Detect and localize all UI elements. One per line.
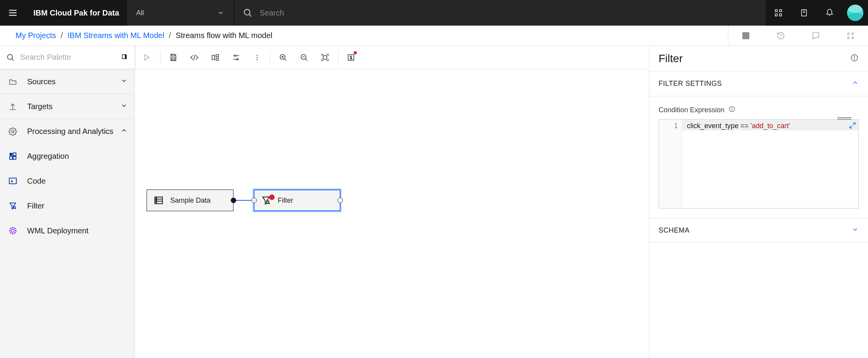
svg-point-70 — [156, 200, 157, 200]
flow-canvas[interactable]: Sample Data Filter › — [135, 69, 649, 358]
svg-marker-42 — [145, 54, 149, 60]
palette-category-label: Targets — [27, 102, 53, 111]
palette-item-label: Filter — [27, 202, 44, 210]
save-button[interactable] — [163, 46, 184, 69]
palette-item-wml[interactable]: WML Deployment — [0, 218, 135, 243]
line-gutter: 1 — [659, 120, 682, 208]
node-filter[interactable]: Filter › — [254, 189, 341, 211]
comments-icon[interactable] — [798, 26, 833, 45]
svg-line-45 — [194, 54, 195, 60]
input-port[interactable]: › — [251, 198, 257, 203]
fit-view-button[interactable] — [315, 46, 335, 69]
svg-line-80 — [853, 123, 855, 125]
zoom-out-button[interactable] — [294, 46, 315, 69]
apps-switcher-icon[interactable] — [766, 0, 791, 26]
svg-rect-6 — [780, 10, 782, 12]
brand-title: IBM Cloud Pak for Data — [26, 9, 127, 17]
svg-point-38 — [10, 228, 11, 229]
svg-rect-8 — [780, 14, 782, 16]
svg-point-15 — [847, 33, 849, 35]
svg-point-3 — [244, 9, 250, 15]
svg-rect-63 — [323, 56, 327, 59]
section-schema[interactable]: SCHEMA — [649, 218, 868, 243]
node-label: Filter — [278, 196, 293, 205]
palette-category-sources[interactable]: Sources — [0, 69, 135, 94]
breadcrumb-project[interactable]: IBM Streams with ML Model — [67, 31, 164, 40]
breadcrumb-current: Streams flow with ML model — [176, 31, 272, 40]
section-heading: FILTER SETTINGS — [659, 80, 722, 88]
upload-icon — [7, 103, 19, 111]
palette-item-filter[interactable]: Filter — [0, 193, 135, 218]
palette-category-label: Processing and Analytics — [27, 127, 113, 136]
svg-line-32 — [15, 208, 16, 209]
svg-point-36 — [9, 230, 10, 231]
zoom-in-button[interactable] — [273, 46, 294, 69]
catalog-icon[interactable] — [791, 0, 817, 26]
svg-point-16 — [852, 33, 854, 35]
wml-icon — [7, 226, 19, 235]
svg-point-25 — [12, 130, 14, 133]
svg-point-40 — [10, 232, 11, 233]
svg-rect-7 — [775, 14, 778, 16]
svg-rect-30 — [9, 178, 16, 184]
svg-rect-46 — [212, 55, 214, 59]
aggregation-icon — [7, 152, 19, 160]
info-icon[interactable] — [728, 106, 735, 115]
condition-editor[interactable]: 1 click_event_type == 'add_to_cart' — [659, 119, 859, 209]
section-filter-settings[interactable]: FILTER SETTINGS — [649, 71, 868, 96]
svg-point-55 — [257, 59, 258, 60]
gear-icon — [7, 127, 19, 136]
svg-point-71 — [156, 202, 157, 203]
output-port[interactable] — [337, 198, 343, 203]
palette-search-input[interactable] — [20, 53, 121, 62]
svg-rect-43 — [172, 54, 175, 56]
run-button[interactable] — [135, 46, 158, 69]
collapse-palette-icon[interactable] — [121, 53, 128, 62]
global-search[interactable] — [234, 0, 766, 26]
svg-point-54 — [257, 57, 258, 58]
palette-category-processing[interactable]: Processing and Analytics — [0, 119, 135, 144]
layout-button[interactable] — [205, 46, 226, 69]
history-icon[interactable] — [763, 26, 798, 45]
breadcrumb-sep: / — [61, 31, 63, 40]
stop-button[interactable] — [728, 26, 763, 45]
chevron-down-icon — [852, 226, 859, 235]
code-line[interactable]: click_event_type == 'add_to_cart' — [682, 120, 858, 130]
settings-button[interactable] — [226, 46, 247, 69]
code-view-button[interactable] — [184, 46, 205, 69]
palette-item-aggregation[interactable]: Aggregation — [0, 144, 135, 169]
stop-icon — [742, 32, 749, 39]
node-sample-data[interactable]: Sample Data — [147, 189, 233, 211]
output-port[interactable] — [231, 198, 236, 203]
chevron-down-icon — [217, 9, 224, 16]
palette-item-code[interactable]: Code — [0, 169, 135, 193]
svg-rect-29 — [13, 156, 16, 159]
svg-point-50 — [234, 55, 236, 56]
folder-icon — [7, 78, 19, 86]
canvas-toolbar: 1 — [135, 46, 649, 69]
search-input[interactable] — [259, 9, 757, 17]
user-avatar[interactable] — [842, 0, 868, 26]
palette-category-targets[interactable]: Targets — [0, 94, 135, 119]
svg-point-37 — [15, 230, 16, 231]
svg-rect-48 — [216, 58, 218, 60]
nodes-icon[interactable] — [833, 26, 868, 45]
svg-rect-28 — [10, 156, 12, 159]
resize-handle[interactable] — [837, 117, 851, 120]
svg-line-73 — [269, 203, 270, 204]
notifications-toggle[interactable]: 1 — [341, 46, 361, 69]
datasource-icon — [152, 195, 165, 205]
notifications-icon[interactable] — [817, 0, 842, 26]
breadcrumb-my-projects[interactable]: My Projects — [16, 31, 56, 40]
scope-dropdown[interactable]: All — [127, 0, 233, 26]
svg-rect-26 — [10, 153, 12, 156]
svg-line-81 — [850, 126, 852, 128]
svg-rect-5 — [775, 10, 778, 12]
svg-point-17 — [847, 37, 849, 39]
hamburger-menu[interactable] — [0, 0, 26, 26]
expand-editor-icon[interactable] — [849, 122, 856, 131]
info-icon[interactable] — [850, 52, 859, 65]
svg-rect-9 — [802, 10, 807, 16]
svg-point-34 — [12, 227, 14, 228]
overflow-menu[interactable] — [247, 46, 268, 69]
